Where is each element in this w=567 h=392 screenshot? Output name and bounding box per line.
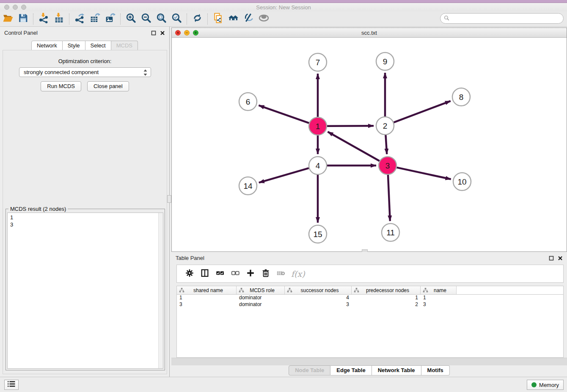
- edge-3-11[interactable]: [388, 175, 390, 221]
- search-input[interactable]: [440, 13, 564, 24]
- table-cell[interactable]: 3: [421, 301, 457, 308]
- import-network-icon: [39, 13, 49, 25]
- tab-style[interactable]: Style: [63, 41, 85, 51]
- toolbar-separator: [69, 14, 69, 25]
- split-columns-button[interactable]: [197, 268, 212, 280]
- node-label-8: 8: [459, 93, 464, 102]
- tab-node-table[interactable]: Node Table: [289, 365, 330, 375]
- delete-table-button[interactable]: [273, 268, 289, 280]
- import-table-button[interactable]: [52, 13, 65, 25]
- task-history-button[interactable]: [4, 380, 19, 390]
- column-header-shared-name[interactable]: shared name: [177, 286, 237, 294]
- table-cell[interactable]: 2: [352, 301, 421, 308]
- function-builder-icon[interactable]: f(x): [291, 269, 305, 279]
- zoom-selected-button[interactable]: [170, 13, 183, 25]
- apply-layout-button[interactable]: [191, 13, 204, 25]
- result-line: 1: [10, 214, 163, 221]
- control-panel-tabs: NetworkStyleSelectMCDS: [0, 41, 169, 51]
- close-panel-icon[interactable]: [558, 255, 563, 262]
- zoom-in-icon: [126, 13, 136, 25]
- node-label-9: 9: [383, 57, 388, 66]
- table-cell[interactable]: 1: [421, 295, 457, 301]
- table-cell[interactable]: dominator: [237, 301, 285, 308]
- edge-3-1[interactable]: [328, 132, 380, 161]
- node-label-4: 4: [316, 161, 320, 170]
- zoom-out-icon: [141, 13, 151, 25]
- column-header-name[interactable]: name: [421, 286, 457, 294]
- tab-network-table[interactable]: Network Table: [372, 365, 421, 375]
- zoom-fit-button[interactable]: [155, 13, 168, 25]
- tab-edge-table[interactable]: Edge Table: [330, 365, 372, 375]
- zoom-in-button[interactable]: [124, 13, 137, 25]
- unchecked-boxes-icon: [231, 268, 240, 279]
- edge-2-3[interactable]: [385, 135, 387, 154]
- duplicate-network-button[interactable]: [212, 13, 224, 25]
- criterion-select[interactable]: strongly connected component: [19, 67, 151, 77]
- export-image-button[interactable]: [104, 13, 116, 25]
- close-panel-button[interactable]: Close panel: [87, 81, 129, 91]
- export-network-button[interactable]: [73, 13, 86, 25]
- node-label-14: 14: [243, 182, 253, 190]
- column-header-successor-nodes[interactable]: successor nodes: [285, 286, 352, 294]
- run-mcds-button[interactable]: Run MCDS: [41, 81, 81, 91]
- save-session-button[interactable]: [17, 13, 29, 25]
- mcds-result-title: MCDS result (2 nodes): [8, 206, 68, 212]
- table-cell[interactable]: 3: [177, 301, 237, 308]
- column-type-icon: [421, 287, 428, 293]
- memory-button[interactable]: Memory: [527, 380, 564, 390]
- open-file-button[interactable]: [1, 13, 14, 25]
- export-table-button[interactable]: [88, 13, 101, 25]
- table-cell[interactable]: dominator: [237, 295, 285, 301]
- column-header-MCDS-role[interactable]: MCDS role: [237, 286, 285, 294]
- mcds-result-text[interactable]: 13: [7, 213, 163, 369]
- float-panel-icon[interactable]: [151, 30, 156, 37]
- column-label: MCDS role: [244, 287, 284, 293]
- zoom-selected-icon: [171, 13, 182, 25]
- edge-2-8[interactable]: [394, 101, 451, 123]
- trash-icon: [261, 268, 270, 279]
- node-label-3: 3: [385, 161, 390, 170]
- result-scrollbar[interactable]: [158, 213, 163, 368]
- edge-4-14[interactable]: [259, 168, 309, 182]
- tab-mcds[interactable]: MCDS: [111, 41, 138, 51]
- toolbar-separator: [187, 14, 187, 25]
- network-graph[interactable]: 1234678910111415: [172, 38, 567, 251]
- table-cell[interactable]: 1: [352, 295, 421, 301]
- deselect-all-button[interactable]: [228, 268, 243, 280]
- table-cell[interactable]: 3: [285, 301, 352, 308]
- table-row[interactable]: 1dominator411: [177, 295, 563, 301]
- hide-panel-button[interactable]: [242, 13, 255, 25]
- column-type-icon: [177, 287, 184, 293]
- node-label-2: 2: [383, 121, 388, 130]
- node-table[interactable]: shared nameMCDS rolesuccessor nodesprede…: [176, 286, 564, 358]
- vertical-splitter-handle[interactable]: [167, 195, 171, 203]
- float-panel-icon[interactable]: [549, 255, 554, 262]
- tab-network[interactable]: Network: [31, 41, 63, 51]
- table-settings-button[interactable]: [182, 268, 197, 280]
- add-column-button[interactable]: [243, 268, 258, 280]
- select-all-button[interactable]: [212, 268, 228, 280]
- edge-1-2[interactable]: [327, 126, 374, 126]
- close-panel-icon[interactable]: [160, 30, 165, 37]
- delete-column-button[interactable]: [258, 268, 273, 280]
- zoom-out-button[interactable]: [140, 13, 152, 25]
- table-scroll-band: [171, 358, 567, 365]
- network-window-titlebar[interactable]: × − + scc.txt: [172, 28, 567, 38]
- table-cell[interactable]: 4: [285, 295, 352, 301]
- edge-3-10[interactable]: [397, 168, 451, 179]
- table-row[interactable]: 3dominator323: [177, 301, 563, 308]
- network-canvas[interactable]: 1234678910111415: [172, 38, 567, 251]
- node-label-1: 1: [316, 122, 320, 131]
- checked-boxes-icon: [215, 268, 225, 279]
- control-panel-title: Control Panel: [4, 30, 38, 36]
- result-line: 3: [10, 221, 163, 228]
- first-neighbors-button[interactable]: [227, 13, 239, 25]
- show-graphics-details-button[interactable]: [257, 13, 270, 25]
- column-header-predecessor-nodes[interactable]: predecessor nodes: [352, 286, 421, 294]
- edge-1-6[interactable]: [259, 105, 309, 123]
- optimization-criterion-label: Optimization criterion:: [3, 58, 167, 64]
- table-cell[interactable]: 1: [177, 295, 237, 301]
- import-network-button[interactable]: [37, 13, 50, 25]
- tab-select[interactable]: Select: [85, 41, 111, 51]
- tab-motifs[interactable]: Motifs: [421, 365, 450, 375]
